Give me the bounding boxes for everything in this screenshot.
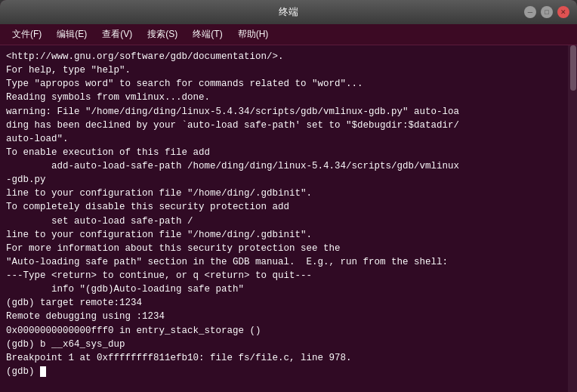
menu-edit[interactable]: 编辑(E) [51,26,93,43]
terminal-text: <http://www.gnu.org/software/gdb/documen… [6,50,571,378]
menu-file[interactable]: 文件(F) [6,26,48,43]
menubar: 文件(F) 编辑(E) 查看(V) 搜索(S) 终端(T) 帮助(H) [0,24,577,45]
terminal-cursor [40,366,46,377]
window-controls: ─ □ ✕ [524,6,569,18]
titlebar: 终端 ─ □ ✕ [0,0,577,24]
window-title: 终端 [279,5,298,19]
terminal-output[interactable]: <http://www.gnu.org/software/gdb/documen… [0,45,577,392]
menu-terminal[interactable]: 终端(T) [187,26,228,43]
terminal-window: 终端 ─ □ ✕ 文件(F) 编辑(E) 查看(V) 搜索(S) 终端(T) 帮… [0,0,577,392]
minimize-button[interactable]: ─ [524,6,536,18]
menu-help[interactable]: 帮助(H) [232,26,275,43]
maximize-button[interactable]: □ [541,6,553,18]
scrollbar-thumb[interactable] [570,45,576,91]
scrollbar[interactable] [568,45,577,392]
close-button[interactable]: ✕ [557,6,569,18]
menu-view[interactable]: 查看(V) [96,26,138,43]
menu-search[interactable]: 搜索(S) [141,26,184,43]
